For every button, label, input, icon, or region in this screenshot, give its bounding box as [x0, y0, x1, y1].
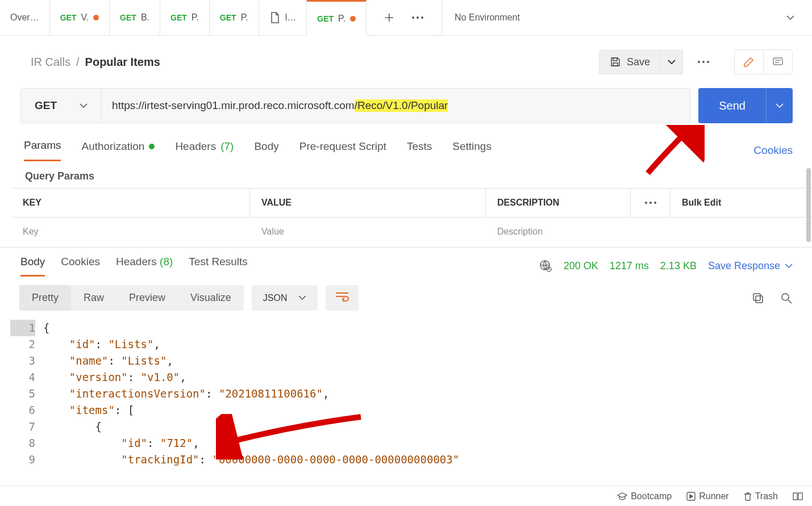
qp-value-input[interactable]: Value [250, 227, 486, 237]
svg-rect-6 [613, 63, 618, 66]
tab-authorization[interactable]: Authorization [81, 139, 155, 161]
view-raw-button[interactable]: Raw [71, 285, 116, 311]
tab-bar: Over… GET V. GET B. GET P. GET P. l… GET… [0, 0, 812, 36]
comments-icon[interactable] [764, 49, 793, 74]
tab-label: Headers [175, 140, 216, 153]
chevron-down-icon [786, 15, 795, 20]
save-button[interactable]: Save [599, 50, 661, 74]
tab-options-button[interactable] [411, 15, 424, 20]
scrollbar-thumb[interactable] [806, 168, 811, 242]
query-params-row[interactable]: Key Value Description [11, 218, 812, 246]
tab-file[interactable]: l… [259, 0, 307, 36]
save-response-button[interactable]: Save Response [708, 260, 793, 272]
tab-label: Pre-request Script [299, 140, 386, 153]
more-actions-button[interactable] [690, 54, 717, 70]
trash-button[interactable]: Trash [744, 491, 778, 501]
qp-description-input[interactable]: Description [486, 227, 812, 237]
send-options-button[interactable] [766, 88, 793, 123]
tab-get-p-active[interactable]: GET P. [307, 0, 367, 36]
bulk-edit-button[interactable]: Bulk Edit [671, 189, 733, 217]
send-button-group: Send [698, 88, 793, 123]
url-input[interactable]: https://irtest-serving01.mir.prod.reco.m… [102, 99, 690, 112]
environment-select[interactable]: No Environment [442, 0, 812, 36]
svg-point-7 [698, 61, 700, 63]
tab-body[interactable]: Body [254, 139, 278, 161]
tab-label: Tests [407, 140, 432, 153]
svg-point-14 [649, 202, 652, 204]
tab-settings[interactable]: Settings [452, 139, 492, 161]
svg-point-2 [412, 16, 414, 19]
method-url-bar: GET https://irtest-serving01.mir.prod.re… [20, 88, 690, 123]
new-tab-button[interactable] [384, 12, 395, 23]
panes-button[interactable] [793, 492, 803, 500]
resp-tab-cookies[interactable]: Cookies [61, 256, 100, 277]
col-key: KEY [11, 189, 250, 217]
tab-label: V. [81, 12, 89, 23]
svg-point-3 [417, 16, 419, 19]
svg-rect-26 [798, 493, 802, 500]
save-icon [610, 56, 621, 68]
save-response-label: Save Response [708, 260, 780, 272]
resp-tab-tests[interactable]: Test Results [189, 256, 247, 277]
edit-icon[interactable] [734, 49, 764, 74]
tab-overview[interactable]: Over… [0, 0, 50, 36]
response-tabs: Body Cookies Headers (8) Test Results [20, 256, 248, 277]
save-options-button[interactable] [661, 50, 683, 74]
tab-label: Cookies [61, 256, 100, 267]
panes-icon [793, 492, 803, 500]
svg-point-8 [702, 61, 705, 63]
response-size: 2.13 KB [660, 260, 697, 272]
tab-label: P. [241, 12, 248, 23]
tab-headers[interactable]: Headers (7) [175, 139, 234, 161]
copy-button[interactable] [752, 292, 764, 304]
save-button-group: Save [599, 50, 683, 74]
request-tabs-row: Params Authorization Headers (7) Body Pr… [0, 129, 812, 161]
network-icon[interactable] [539, 259, 552, 273]
svg-point-9 [707, 61, 709, 63]
resp-tab-headers[interactable]: Headers (8) [116, 256, 173, 277]
col-value: VALUE [250, 189, 486, 217]
method-badge: GET [120, 13, 136, 22]
response-tabs-row: Body Cookies Headers (8) Test Results 20… [0, 248, 812, 278]
send-button[interactable]: Send [698, 88, 766, 123]
view-visualize-button[interactable]: Visualize [178, 285, 244, 311]
tab-get-p1[interactable]: GET P. [160, 0, 210, 36]
tab-params[interactable]: Params [24, 139, 61, 161]
breadcrumb-parent[interactable]: IR Calls [31, 56, 70, 69]
tab-prerequest[interactable]: Pre-request Script [299, 139, 386, 161]
cookies-link[interactable]: Cookies [753, 144, 793, 157]
bootcamp-label: Bootcamp [631, 491, 672, 501]
qp-key-input[interactable]: Key [11, 227, 250, 237]
tab-tests[interactable]: Tests [407, 139, 432, 161]
chevron-down-icon [80, 103, 88, 108]
svg-marker-24 [690, 495, 693, 498]
tab-label: P. [191, 12, 199, 23]
search-button[interactable] [780, 292, 793, 304]
bootcamp-button[interactable]: Bootcamp [617, 491, 672, 501]
svg-rect-19 [756, 296, 763, 303]
runner-label: Runner [699, 491, 728, 501]
tab-get-b[interactable]: GET B. [110, 0, 160, 36]
code-area[interactable]: { "id": "Lists", "name": "Lists", "versi… [43, 320, 812, 468]
method-select[interactable]: GET [21, 89, 102, 123]
format-select[interactable]: JSON [252, 285, 318, 311]
environment-label: No Environment [455, 12, 520, 23]
response-section: Body Cookies Headers (8) Test Results 20… [0, 247, 812, 468]
resp-tab-body[interactable]: Body [20, 256, 45, 277]
breadcrumb-sep: / [76, 56, 80, 69]
tab-get-p2[interactable]: GET P. [210, 0, 259, 36]
wrap-lines-button[interactable] [326, 285, 359, 311]
chevron-down-icon [776, 103, 784, 108]
col-options-button[interactable] [631, 189, 671, 217]
headers-count: (8) [160, 256, 173, 267]
line-gutter: 123456789 [10, 320, 43, 468]
response-meta: 200 OK 1217 ms 2.13 KB Save Response [539, 259, 793, 273]
view-preview-button[interactable]: Preview [116, 285, 178, 311]
tab-get-v[interactable]: GET V. [50, 0, 110, 36]
tab-label: Authorization [81, 140, 144, 153]
view-pretty-button[interactable]: Pretty [19, 285, 71, 311]
response-time: 1217 ms [610, 260, 649, 272]
view-mode-group: Pretty Raw Preview Visualize [19, 285, 244, 311]
unsaved-dot-icon [93, 15, 99, 20]
runner-button[interactable]: Runner [686, 491, 728, 501]
